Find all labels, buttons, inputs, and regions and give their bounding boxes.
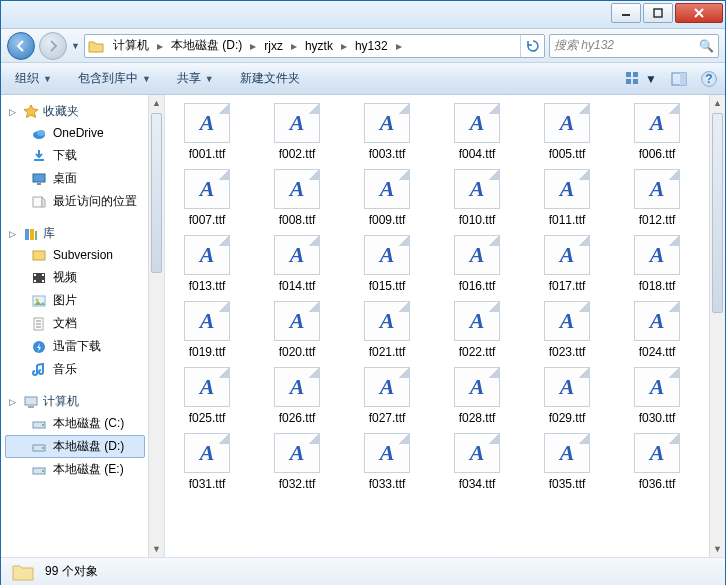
pic-icon	[31, 293, 47, 309]
file-item[interactable]: Af025.ttf	[177, 367, 237, 425]
file-name: f027.ttf	[369, 411, 406, 425]
close-button[interactable]	[675, 3, 723, 23]
svg-point-26	[36, 298, 39, 301]
breadcrumb-segment[interactable]: 本地磁盘 (D:)	[165, 35, 248, 57]
file-item[interactable]: Af032.ttf	[267, 433, 327, 491]
tree-item[interactable]: 图片	[5, 289, 145, 312]
preview-pane-button[interactable]	[671, 72, 687, 86]
minimize-button[interactable]	[611, 3, 641, 23]
file-item[interactable]: Af024.ttf	[627, 301, 687, 359]
share-button[interactable]: 共享▼	[171, 67, 220, 90]
file-item[interactable]: Af031.ttf	[177, 433, 237, 491]
file-item[interactable]: Af029.ttf	[537, 367, 597, 425]
tree-group-header[interactable]: ▷库	[5, 223, 145, 244]
breadcrumb-segment[interactable]: hy132	[349, 35, 394, 57]
breadcrumb-segment[interactable]: hyztk	[299, 35, 339, 57]
nav-forward-button[interactable]	[39, 32, 67, 60]
file-item[interactable]: Af014.ttf	[267, 235, 327, 293]
tree-item[interactable]: 视频	[5, 266, 145, 289]
file-item[interactable]: Af036.ttf	[627, 433, 687, 491]
new-folder-button[interactable]: 新建文件夹	[234, 67, 306, 90]
file-name: f034.ttf	[459, 477, 496, 491]
font-file-icon: A	[184, 433, 230, 473]
font-file-icon: A	[634, 301, 680, 341]
file-item[interactable]: Af013.ttf	[177, 235, 237, 293]
file-item[interactable]: Af003.ttf	[357, 103, 417, 161]
font-file-icon: A	[364, 103, 410, 143]
file-item[interactable]: Af023.ttf	[537, 301, 597, 359]
file-item[interactable]: Af006.ttf	[627, 103, 687, 161]
file-item[interactable]: Af028.ttf	[447, 367, 507, 425]
font-file-icon: A	[454, 301, 500, 341]
file-item[interactable]: Af016.ttf	[447, 235, 507, 293]
file-item[interactable]: Af022.ttf	[447, 301, 507, 359]
file-name: f025.ttf	[189, 411, 226, 425]
chevron-right-icon: ▸	[155, 39, 165, 53]
sidebar-scrollbar[interactable]: ▲▼	[148, 95, 164, 557]
search-input[interactable]: 搜索 hy132 🔍	[549, 34, 719, 58]
content-scrollbar[interactable]: ▲▼	[709, 95, 725, 557]
file-item[interactable]: Af034.ttf	[447, 433, 507, 491]
maximize-button[interactable]	[643, 3, 673, 23]
file-item[interactable]: Af020.ttf	[267, 301, 327, 359]
tree-item[interactable]: 迅雷下载	[5, 335, 145, 358]
tree-item[interactable]: Subversion	[5, 244, 145, 266]
address-bar[interactable]: 计算机▸本地磁盘 (D:)▸rjxz▸hyztk▸hy132▸	[84, 34, 545, 58]
tree-item[interactable]: 桌面	[5, 167, 145, 190]
tree-item[interactable]: 文档	[5, 312, 145, 335]
tree-group-header[interactable]: ▷计算机	[5, 391, 145, 412]
file-item[interactable]: Af012.ttf	[627, 169, 687, 227]
font-file-icon: A	[184, 169, 230, 209]
file-item[interactable]: Af007.ttf	[177, 169, 237, 227]
file-item[interactable]: Af015.ttf	[357, 235, 417, 293]
file-item[interactable]: Af021.ttf	[357, 301, 417, 359]
tree-group-header[interactable]: ▷收藏夹	[5, 101, 145, 122]
svg-point-37	[42, 447, 44, 449]
refresh-button[interactable]	[520, 35, 544, 57]
file-item[interactable]: Af033.ttf	[357, 433, 417, 491]
file-item[interactable]: Af019.ttf	[177, 301, 237, 359]
tree-item[interactable]: 音乐	[5, 358, 145, 381]
tree-item[interactable]: 本地磁盘 (D:)	[5, 435, 145, 458]
breadcrumb-segment[interactable]: 计算机	[107, 35, 155, 57]
file-name: f002.ttf	[279, 147, 316, 161]
include-in-library-button[interactable]: 包含到库中▼	[72, 67, 157, 90]
tree-item[interactable]: OneDrive	[5, 122, 145, 144]
svn-icon	[31, 247, 47, 263]
font-file-icon: A	[454, 103, 500, 143]
file-item[interactable]: Af026.ttf	[267, 367, 327, 425]
recent-icon	[31, 194, 47, 210]
tree-item[interactable]: 本地磁盘 (E:)	[5, 458, 145, 481]
file-item[interactable]: Af010.ttf	[447, 169, 507, 227]
nav-history-dropdown-icon[interactable]: ▼	[71, 41, 80, 51]
file-item[interactable]: Af030.ttf	[627, 367, 687, 425]
tree-item[interactable]: 下载	[5, 144, 145, 167]
file-item[interactable]: Af005.ttf	[537, 103, 597, 161]
tree-item[interactable]: 本地磁盘 (C:)	[5, 412, 145, 435]
font-file-icon: A	[634, 367, 680, 407]
tree-item[interactable]: 最近访问的位置	[5, 190, 145, 213]
file-name: f016.ttf	[459, 279, 496, 293]
file-item[interactable]: Af017.ttf	[537, 235, 597, 293]
breadcrumb-segment[interactable]: rjxz	[258, 35, 289, 57]
file-item[interactable]: Af011.ttf	[537, 169, 597, 227]
organize-button[interactable]: 组织▼	[9, 67, 58, 90]
help-button[interactable]: ?	[701, 71, 717, 87]
file-item[interactable]: Af001.ttf	[177, 103, 237, 161]
file-item[interactable]: Af018.ttf	[627, 235, 687, 293]
titlebar	[1, 1, 725, 29]
svg-point-39	[42, 470, 44, 472]
svg-rect-5	[633, 72, 638, 77]
file-item[interactable]: Af002.ttf	[267, 103, 327, 161]
nav-back-button[interactable]	[7, 32, 35, 60]
file-item[interactable]: Af027.ttf	[357, 367, 417, 425]
file-item[interactable]: Af004.ttf	[447, 103, 507, 161]
folder-icon	[85, 39, 107, 53]
view-options-button[interactable]: ▼	[625, 71, 657, 87]
search-icon: 🔍	[699, 39, 714, 53]
file-item[interactable]: Af008.ttf	[267, 169, 327, 227]
file-item[interactable]: Af009.ttf	[357, 169, 417, 227]
svg-rect-18	[35, 231, 37, 240]
file-item[interactable]: Af035.ttf	[537, 433, 597, 491]
svg-rect-1	[654, 9, 662, 17]
